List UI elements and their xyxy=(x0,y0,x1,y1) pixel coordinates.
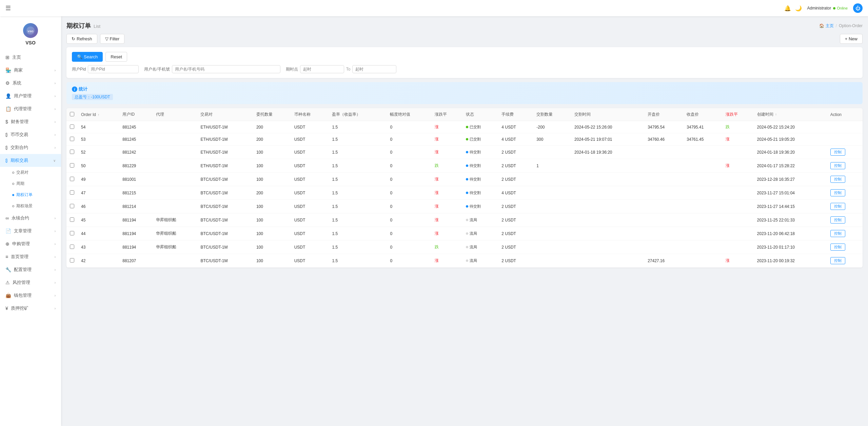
merchant-arrow: › xyxy=(55,69,56,72)
search-button[interactable]: 🔍 Search xyxy=(72,52,103,62)
sidebar-item-contract[interactable]: ₿交割合约 › xyxy=(0,141,61,154)
sidebar-item-system[interactable]: ⚙系统 › xyxy=(0,77,61,90)
sidebar-sub-period[interactable]: 周期 xyxy=(9,178,61,189)
uid-input[interactable] xyxy=(88,65,139,73)
sidebar-sub-option-order[interactable]: 期权订单 xyxy=(9,189,61,200)
new-button[interactable]: + New xyxy=(840,34,863,44)
row-checkbox[interactable] xyxy=(70,137,74,141)
sidebar-item-merchant[interactable]: 🏪商家 › xyxy=(0,64,61,77)
sidebar-item-user-mgmt[interactable]: 👤用户管理 › xyxy=(0,90,61,102)
row-trade-qty: 1 xyxy=(533,159,571,173)
row-checkbox[interactable] xyxy=(70,150,74,154)
row-checkbox[interactable] xyxy=(70,231,74,235)
time-from-input[interactable] xyxy=(300,65,344,73)
row-open-price: 34760.46 xyxy=(644,133,683,146)
sidebar-item-option-trade[interactable]: ₿期权交易 ∨ xyxy=(0,154,61,167)
status-dot xyxy=(466,259,468,262)
row-checkbox[interactable] xyxy=(70,204,74,208)
notification-icon[interactable]: 🔔 xyxy=(784,5,791,12)
row-close-price xyxy=(683,173,722,186)
uid-field: 用户Pid xyxy=(72,65,139,73)
row-checkbox[interactable] xyxy=(70,245,74,249)
row-trade-pair: BTC/USDT-1M xyxy=(197,200,253,213)
sidebar-item-article[interactable]: 📄文章管理 › xyxy=(0,225,61,237)
row-checkbox[interactable] xyxy=(70,217,74,222)
row-trade-time xyxy=(571,227,644,240)
time-to-input[interactable] xyxy=(352,65,396,73)
sidebar-item-config[interactable]: 🔧配置管理 › xyxy=(0,263,61,276)
row-order-id: 46 xyxy=(78,200,119,213)
sidebar-sub-option-scene[interactable]: 期权场景 xyxy=(9,200,61,212)
ctrl-button[interactable]: 控制 xyxy=(830,176,845,183)
row-fee: 2 USDT xyxy=(498,213,533,227)
row-checkbox[interactable] xyxy=(70,177,74,181)
search-fields-row: 用户Pid 用户名/手机號 期时点 To xyxy=(72,65,857,73)
coin-trade-icon: ₿ xyxy=(5,132,8,137)
header-fee: 手续费 xyxy=(498,108,533,121)
reset-button[interactable]: Reset xyxy=(105,52,127,62)
ctrl-button[interactable]: 控制 xyxy=(830,189,845,196)
ctrl-button[interactable]: 控制 xyxy=(830,244,845,251)
sidebar-item-finance[interactable]: $财务管理 › xyxy=(0,115,61,128)
row-checkbox[interactable] xyxy=(70,190,74,195)
ctrl-button[interactable]: 控制 xyxy=(830,203,845,210)
sidebar-label-page: 首页管理 xyxy=(11,254,28,260)
sidebar-item-mining[interactable]: ¥质押挖矿 › xyxy=(0,302,61,315)
sidebar-item-page-mgmt[interactable]: ≡首页管理 › xyxy=(0,250,61,263)
row-trade-qty xyxy=(533,146,571,159)
filter-button[interactable]: ▽ Filter xyxy=(100,34,125,44)
topbar-icons: 🔔 🌙 xyxy=(784,5,802,12)
row-surge-flat: 涨 xyxy=(431,146,462,159)
row-fee: 2 USDT xyxy=(498,159,533,173)
row-status: 流局 xyxy=(462,227,498,240)
row-surge-flat2 xyxy=(722,227,753,240)
status-badge: 流局 xyxy=(466,217,477,222)
ctrl-button[interactable]: 控制 xyxy=(830,230,845,237)
breadcrumb-home[interactable]: 🏠 主页 xyxy=(819,23,834,29)
table-row: 54 881245 ETH/USDT-1M 200 USDT 1.5 0 涨 已… xyxy=(66,121,863,133)
row-user-id: 881215 xyxy=(119,186,153,200)
theme-icon[interactable]: 🌙 xyxy=(795,5,802,12)
row-created-at: 2024-01-18 19:36:20 xyxy=(754,146,827,159)
username-input[interactable] xyxy=(172,65,280,73)
status-dot xyxy=(466,178,468,180)
row-checkbox[interactable] xyxy=(70,258,74,263)
header-trade-qty: 交割数量 xyxy=(533,108,571,121)
logo-area: VSO VSO xyxy=(0,16,61,51)
row-agent xyxy=(153,146,197,159)
row-trade-time xyxy=(571,186,644,200)
finance-icon: $ xyxy=(5,119,8,124)
row-checkbox[interactable] xyxy=(70,124,74,129)
ctrl-button[interactable]: 控制 xyxy=(830,216,845,224)
status-dot xyxy=(466,164,468,167)
ctrl-button[interactable]: 控制 xyxy=(830,162,845,169)
select-all-checkbox[interactable] xyxy=(70,112,74,116)
row-agent xyxy=(153,173,197,186)
row-fee: 4 USDT xyxy=(498,186,533,200)
sidebar-item-wallet[interactable]: 👜钱包管理 › xyxy=(0,289,61,302)
ctrl-button[interactable]: 控制 xyxy=(830,149,845,156)
table-row: 43 881194 华昇组织船 BTC/USDT-1M 100 USDT 1.5… xyxy=(66,240,863,254)
sidebar-label-config: 配置管理 xyxy=(14,267,32,273)
sidebar-item-home[interactable]: ⊞主页 xyxy=(0,51,61,64)
menu-icon[interactable]: ☰ xyxy=(5,4,11,12)
ctrl-button[interactable]: 控制 xyxy=(830,257,845,264)
sidebar-item-purchase[interactable]: ⊕申购管理 › xyxy=(0,237,61,250)
row-checkbox-cell xyxy=(66,173,78,186)
sidebar-item-perpetual[interactable]: ∞永续合约 › xyxy=(0,212,61,225)
refresh-button[interactable]: ↻ Refresh xyxy=(66,34,97,44)
data-table: Order Id ↑ 用户ID 代理 交易对 委托数量 币种名称 盈率（收益率）… xyxy=(66,108,863,268)
sidebar-item-risk[interactable]: ⚠风控管理 › xyxy=(0,276,61,289)
sidebar-item-agent-mgmt[interactable]: 📋代理管理 › xyxy=(0,102,61,115)
power-button[interactable]: ⏻ xyxy=(853,3,863,13)
row-created-at: 2023-11-20 01:17:10 xyxy=(754,240,827,254)
row-coin-name: USDT xyxy=(291,173,329,186)
row-agent xyxy=(153,133,197,146)
row-status: 流局 xyxy=(462,254,498,268)
sidebar-label-purchase: 申购管理 xyxy=(12,241,30,247)
header-checkbox-col xyxy=(66,108,78,121)
status-badge: 待交割 xyxy=(466,150,481,155)
sidebar-item-coin-trade[interactable]: ₿币币交易 › xyxy=(0,128,61,141)
sidebar-sub-trade-pair[interactable]: 交易对 xyxy=(9,167,61,178)
row-checkbox[interactable] xyxy=(70,163,74,168)
